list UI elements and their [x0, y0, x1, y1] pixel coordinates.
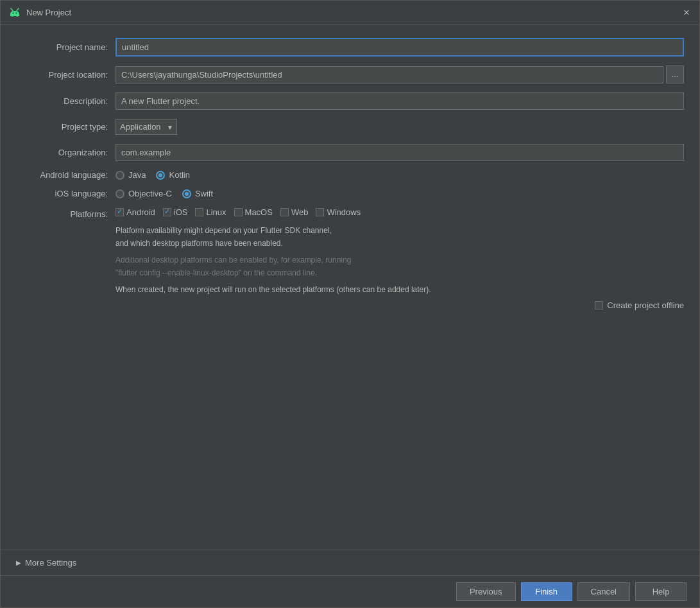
svg-line-3 [17, 8, 19, 11]
project-type-row: Project type: Application Plugin Package… [16, 119, 684, 135]
ios-swift-option[interactable]: Swift [182, 189, 213, 198]
svg-line-2 [11, 8, 13, 11]
android-language-row: Android language: Java Kotlin [16, 170, 684, 180]
android-platform-checkbox[interactable] [115, 208, 124, 216]
browse-button[interactable]: ... [666, 65, 684, 83]
ios-language-radio-group: Objective-C Swift [115, 189, 684, 198]
svg-point-5 [16, 12, 17, 13]
platforms-checkboxes: Android iOS Linux MacOS [115, 207, 684, 217]
android-language-radio-group: Java Kotlin [115, 170, 684, 180]
create-offline-label: Create project offline [607, 300, 684, 310]
project-name-input[interactable] [115, 38, 684, 56]
create-offline-checkbox[interactable] [595, 301, 603, 309]
finish-button[interactable]: Finish [521, 582, 572, 601]
organization-input[interactable] [115, 144, 684, 161]
project-name-label: Project name: [16, 42, 115, 52]
description-label: Description: [16, 96, 115, 106]
ios-platform-label: iOS [174, 207, 188, 217]
project-location-label: Project location: [16, 70, 115, 80]
platforms-section: Android iOS Linux MacOS [115, 207, 684, 310]
info-text-2: and which desktop platforms have been en… [115, 238, 684, 249]
ios-objc-radio[interactable] [115, 189, 124, 198]
info-text-4: "flutter config --enable-linux-desktop" … [115, 267, 684, 279]
cancel-button[interactable]: Cancel [577, 582, 630, 601]
platform-info-2: Additional desktop platforms can be enab… [115, 254, 684, 279]
ios-swift-label: Swift [195, 189, 213, 198]
android-java-radio[interactable] [115, 171, 124, 180]
dialog-title: New Project [26, 8, 681, 17]
android-kotlin-label: Kotlin [169, 170, 190, 180]
linux-platform-option[interactable]: Linux [195, 207, 226, 217]
android-kotlin-option[interactable]: Kotlin [156, 170, 190, 180]
ios-platform-checkbox[interactable] [163, 208, 171, 216]
project-type-select[interactable]: Application Plugin Package Module [115, 119, 177, 135]
help-button[interactable]: Help [635, 582, 687, 601]
previous-button[interactable]: Previous [456, 582, 516, 601]
close-button[interactable]: × [681, 8, 692, 18]
platform-info-1: Platform availability might depend on yo… [115, 225, 684, 249]
platform-info-3: When created, the new project will run o… [115, 284, 684, 295]
android-platform-option[interactable]: Android [115, 207, 155, 217]
new-project-dialog: New Project × Project name: Project loca… [0, 0, 700, 608]
linux-platform-label: Linux [206, 207, 226, 217]
windows-platform-option[interactable]: Windows [316, 207, 361, 217]
more-settings-arrow-icon: ▶ [16, 559, 21, 566]
ios-language-row: iOS language: Objective-C Swift [16, 189, 684, 198]
android-language-label: Android language: [16, 170, 115, 180]
dialog-footer: Previous Finish Cancel Help [1, 575, 699, 607]
platforms-label: Platforms: [16, 207, 115, 219]
ios-swift-radio[interactable] [182, 189, 191, 198]
project-type-select-wrapper: Application Plugin Package Module ▼ [115, 119, 177, 135]
windows-platform-checkbox[interactable] [316, 208, 324, 216]
ios-language-label: iOS language: [16, 189, 115, 198]
dialog-content: Project name: Project location: ... Desc… [1, 25, 699, 550]
info-text-5: When created, the new project will run o… [115, 284, 684, 295]
ios-objc-option[interactable]: Objective-C [115, 189, 172, 198]
project-location-input[interactable] [115, 66, 663, 83]
macos-platform-checkbox[interactable] [234, 208, 243, 216]
linux-platform-checkbox[interactable] [195, 208, 203, 216]
macos-platform-option[interactable]: MacOS [234, 207, 273, 217]
windows-platform-label: Windows [327, 207, 361, 217]
offline-row: Create project offline [115, 300, 684, 310]
info-text-1: Platform availability might depend on yo… [115, 225, 684, 236]
more-settings-section[interactable]: ▶ More Settings [1, 550, 699, 575]
web-platform-label: Web [291, 207, 309, 217]
project-name-row: Project name: [16, 38, 684, 56]
android-java-option[interactable]: Java [115, 170, 146, 180]
web-platform-checkbox[interactable] [280, 208, 289, 216]
description-row: Description: [16, 92, 684, 110]
organization-row: Organization: [16, 144, 684, 161]
android-icon [8, 6, 21, 19]
project-type-label: Project type: [16, 122, 115, 132]
location-row: ... [115, 65, 684, 83]
svg-point-4 [13, 12, 14, 13]
macos-platform-label: MacOS [245, 207, 273, 217]
android-platform-label: Android [126, 207, 155, 217]
android-java-label: Java [128, 170, 146, 180]
info-text-3: Additional desktop platforms can be enab… [115, 254, 684, 266]
title-bar: New Project × [1, 1, 699, 25]
android-kotlin-radio[interactable] [156, 171, 165, 180]
project-location-row: Project location: ... [16, 65, 684, 83]
ios-objc-label: Objective-C [128, 189, 172, 198]
web-platform-option[interactable]: Web [280, 207, 309, 217]
description-input[interactable] [115, 92, 684, 110]
ios-platform-option[interactable]: iOS [163, 207, 188, 217]
platforms-row: Platforms: Android iOS Linux [16, 207, 684, 310]
more-settings-label: More Settings [25, 558, 76, 568]
organization-label: Organization: [16, 148, 115, 157]
